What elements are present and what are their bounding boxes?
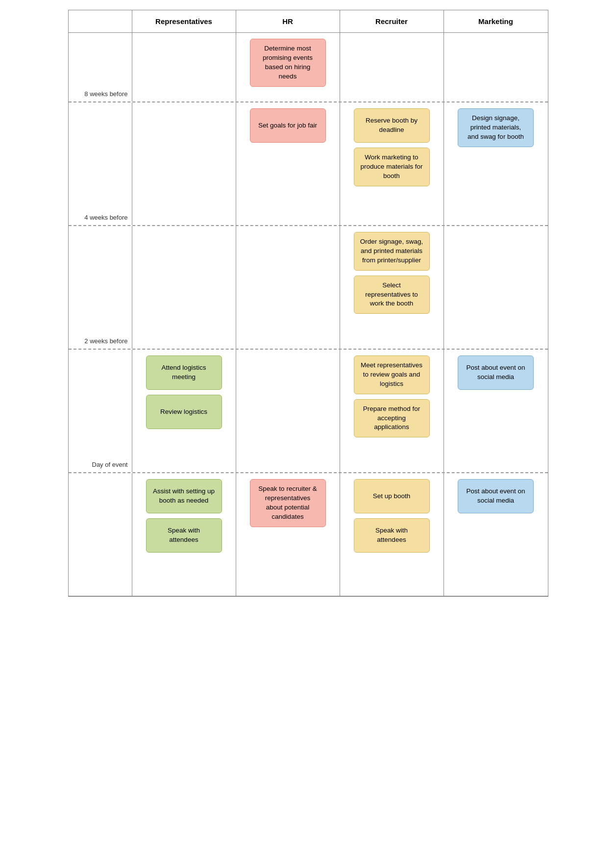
col-hr: Determine most promising events based on… [236, 33, 340, 102]
time-label-cell: Day of event [69, 350, 132, 472]
swimlane-table: Representatives HR Recruiter Marketing 8… [68, 10, 548, 597]
time-label-cell [69, 473, 132, 596]
task-card: Speak to recruiter & representatives abo… [250, 479, 326, 527]
col-representatives [132, 33, 236, 102]
header-hr: HR [236, 10, 340, 32]
col-marketing: Design signage, printed materials, and s… [444, 102, 548, 225]
task-card: Review logistics [146, 395, 222, 429]
section-section-dayof: Day of event Attend logistics meeting Re… [69, 350, 548, 473]
task-card: Prepare method for accepting application… [354, 399, 430, 438]
col-recruiter [340, 33, 444, 102]
col-recruiter: Meet representatives to review goals and… [340, 350, 444, 472]
task-card: Meet representatives to review goals and… [354, 355, 430, 394]
task-card: Select representatives to work the booth [354, 276, 430, 314]
time-label-cell: 4 weeks before [69, 102, 132, 225]
time-label: 2 weeks before [69, 337, 132, 345]
header-row: Representatives HR Recruiter Marketing [69, 10, 548, 33]
col-marketing [444, 33, 548, 102]
header-representatives: Representatives [132, 10, 236, 32]
col-recruiter: Reserve booth by deadline Work marketing… [340, 102, 444, 225]
col-marketing: Post about event on social media [444, 473, 548, 596]
task-card: Order signage, swag, and printed materia… [354, 232, 430, 271]
header-marketing: Marketing [444, 10, 548, 32]
task-card: Assist with setting up booth as needed [146, 479, 222, 513]
section-section-2weeks: 2 weeks before Order signage, swag, and … [69, 226, 548, 350]
task-card: Speak with attendees [354, 518, 430, 553]
sections-container: 8 weeks before Determine most promising … [69, 33, 548, 596]
col-hr: Set goals for job fair [236, 102, 340, 225]
col-representatives: Attend logistics meeting Review logistic… [132, 350, 236, 472]
col-representatives: Assist with setting up booth as needed S… [132, 473, 236, 596]
time-label-cell: 8 weeks before [69, 33, 132, 102]
task-card: Set goals for job fair [250, 108, 326, 143]
task-card: Attend logistics meeting [146, 355, 222, 390]
task-card: Speak with attendees [146, 518, 222, 553]
time-label: 4 weeks before [69, 214, 132, 221]
section-section-4weeks: 4 weeks before Set goals for job fair Re… [69, 102, 548, 226]
header-recruiter: Recruiter [340, 10, 444, 32]
col-recruiter: Set up booth Speak with attendees [340, 473, 444, 596]
section-section-event: Assist with setting up booth as needed S… [69, 473, 548, 596]
time-label: Day of event [69, 461, 132, 468]
col-representatives [132, 102, 236, 225]
col-hr [236, 350, 340, 472]
task-card: Determine most promising events based on… [250, 39, 326, 87]
task-card: Design signage, printed materials, and s… [458, 108, 534, 147]
col-marketing [444, 226, 548, 349]
task-card: Post about event on social media [458, 479, 534, 513]
task-card: Work marketing to produce materials for … [354, 148, 430, 186]
time-label-cell: 2 weeks before [69, 226, 132, 349]
section-section-8weeks: 8 weeks before Determine most promising … [69, 33, 548, 102]
task-card: Post about event on social media [458, 355, 534, 390]
col-recruiter: Order signage, swag, and printed materia… [340, 226, 444, 349]
col-hr [236, 226, 340, 349]
col-marketing: Post about event on social media [444, 350, 548, 472]
col-representatives [132, 226, 236, 349]
time-label: 8 weeks before [69, 90, 132, 98]
task-card: Set up booth [354, 479, 430, 513]
col-hr: Speak to recruiter & representatives abo… [236, 473, 340, 596]
header-label-col [69, 10, 132, 32]
task-card: Reserve booth by deadline [354, 108, 430, 143]
